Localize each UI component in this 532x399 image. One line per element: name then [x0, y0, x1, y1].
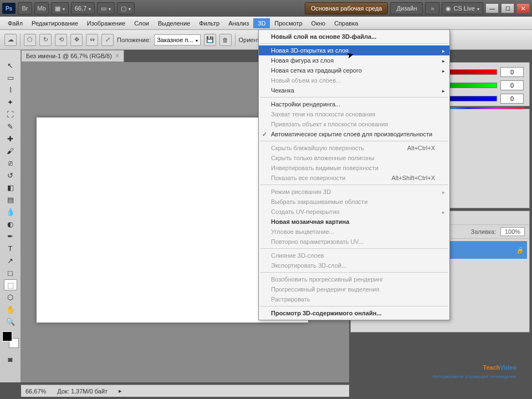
tool-preset-icon[interactable]: ☁	[4, 34, 17, 46]
hand-tool[interactable]: ✋	[4, 304, 17, 315]
layer-lock-icon: 🔒	[516, 247, 524, 254]
save-preset-icon[interactable]: 💾	[204, 34, 216, 46]
close-tab-icon[interactable]: ×	[115, 52, 119, 60]
position-select[interactable]: Заказное п...	[154, 34, 200, 45]
3d-scale-icon[interactable]: ⤢	[101, 34, 114, 46]
watermark: TeachVideo Интерактивное обучающее телев…	[432, 354, 516, 379]
cslive-button[interactable]: ◉ CS Live	[442, 2, 483, 14]
menu-select[interactable]: Выделение	[154, 18, 195, 28]
minimize-button[interactable]: —	[485, 3, 499, 13]
menu-item: Слияние 3D-слоев	[259, 250, 449, 260]
zoom-dropdown[interactable]: 66,7	[71, 2, 95, 14]
lasso-tool[interactable]: ⌇	[4, 84, 17, 95]
status-zoom[interactable]: 66,67%	[25, 388, 46, 395]
menu-item: Режим рисования 3D	[259, 187, 449, 197]
menu-item[interactable]: Просмотр 3D-содержимого онлайн...	[259, 308, 449, 318]
menu-3d[interactable]: 3D	[253, 18, 270, 28]
menu-item: Показать все поверхностиAlt+Shift+Ctrl+X	[259, 173, 449, 183]
status-arrow-icon[interactable]: ▸	[119, 387, 122, 395]
orient-label: Ориент	[239, 37, 260, 43]
workspace-more-icon[interactable]: »	[425, 2, 439, 14]
menu-help[interactable]: Справка	[330, 18, 362, 28]
menu-window[interactable]: Окно	[307, 18, 330, 28]
status-doc-size: Док: 1,37M/0 байт	[57, 388, 108, 395]
screen-mode-dropdown[interactable]: ▢	[117, 2, 135, 14]
blur-tool[interactable]: 💧	[4, 206, 17, 217]
marquee-tool[interactable]: ▭	[4, 72, 17, 83]
menubar: Файл Редактирование Изображение Слои Выд…	[0, 17, 532, 30]
pen-tool[interactable]: ✒	[4, 231, 17, 242]
view-extras-dropdown[interactable]: ▦	[51, 2, 69, 14]
menu-item: Угловое выцветание...	[259, 227, 449, 237]
3d-rotate-tool[interactable]: ⬚	[4, 279, 17, 290]
menu-item[interactable]: Новая фигура из слоя	[259, 55, 449, 65]
maximize-button[interactable]: ☐	[501, 3, 514, 13]
3d-camera-tool[interactable]: ⬡	[4, 291, 17, 303]
3d-rotate-icon[interactable]: ↻	[39, 34, 52, 46]
gradient-tool[interactable]: ▤	[4, 194, 17, 205]
titlebar: Ps Br Mb ▦ 66,7 ▭ ▢ Основная рабочая сре…	[0, 0, 532, 17]
brush-tool[interactable]: 🖌	[4, 145, 17, 156]
document-tab[interactable]: Без имени-1 @ 66,7% (RGB/8) ×	[21, 50, 124, 62]
fg-color-swatch[interactable]	[2, 331, 12, 341]
crop-tool[interactable]: ⛶	[4, 109, 17, 120]
menu-image[interactable]: Изображение	[83, 18, 130, 28]
close-button[interactable]: ✕	[516, 3, 530, 13]
menu-item: Привязать объект к плоскости основания	[259, 119, 449, 129]
menu-item[interactable]: Новая мозаичная картина	[259, 217, 449, 227]
3d-pan-icon[interactable]: ✥	[70, 34, 83, 46]
menu-item[interactable]: ✓Автоматическое скрытие слоев для произв…	[259, 129, 449, 139]
fill-input[interactable]: 100%	[500, 227, 525, 236]
menu-item: Новый объем из слоев...	[259, 75, 449, 85]
type-tool[interactable]: T	[4, 243, 17, 254]
menu-item: Скрыть ближайшую поверхностьAlt+Ctrl+X	[259, 143, 449, 153]
3d-cube-icon[interactable]: ⬠	[24, 34, 36, 46]
blue-value[interactable]: 0	[500, 94, 524, 104]
stamp-tool[interactable]: ⎚	[4, 157, 17, 168]
path-tool[interactable]: ↗	[4, 255, 17, 266]
3d-roll-icon[interactable]: ⟲	[55, 34, 67, 46]
menu-item: Скрыть только вложенные полигоны	[259, 153, 449, 163]
3d-slide-icon[interactable]: ⇔	[86, 34, 98, 46]
menu-item[interactable]: Новый слой на основе 3D-файла...	[259, 32, 449, 42]
quickmask-icon[interactable]: ◙	[4, 354, 17, 365]
color-swatches[interactable]	[2, 331, 19, 348]
menu-item[interactable]: Новая 3D-открытка из слоя	[259, 45, 449, 55]
menu-item: Инвертировать видимые поверхности	[259, 163, 449, 173]
menu-item: Создать UV-перекрытия	[259, 207, 449, 217]
menu-analysis[interactable]: Анализ	[224, 18, 253, 28]
menu-file[interactable]: Файл	[3, 18, 27, 28]
workspace-design-button[interactable]: Дизайн	[390, 2, 423, 14]
menu-item[interactable]: Новая сетка из градаций серого	[259, 65, 449, 75]
menu-view[interactable]: Просмотр	[270, 18, 306, 28]
eyedropper-tool[interactable]: ✎	[4, 121, 17, 132]
history-brush-tool[interactable]: ↺	[4, 170, 17, 181]
menu-filter[interactable]: Фильтр	[195, 18, 224, 28]
zoom-tool[interactable]: 🔍	[4, 316, 17, 327]
menu-layer[interactable]: Слои	[130, 18, 154, 28]
menu-edit[interactable]: Редактирование	[27, 18, 83, 28]
menu-item: Экспортировать 3D-слой...	[259, 260, 449, 270]
move-tool[interactable]: ↖	[4, 60, 17, 71]
ps-logo-icon: Ps	[2, 3, 16, 14]
bridge-icon[interactable]: Br	[18, 2, 32, 14]
arrange-dropdown[interactable]: ▭	[97, 2, 115, 14]
dodge-tool[interactable]: ◐	[4, 218, 17, 229]
menu-item[interactable]: Настройки рендеринга...	[259, 99, 449, 109]
shape-tool[interactable]: ◻	[4, 267, 17, 278]
position-label: Положение:	[117, 37, 151, 43]
delete-preset-icon[interactable]: 🗑	[219, 34, 232, 46]
heal-tool[interactable]: ✚	[4, 133, 17, 144]
eraser-tool[interactable]: ◧	[4, 182, 17, 193]
minibridge-icon[interactable]: Mb	[34, 2, 49, 14]
green-value[interactable]: 0	[500, 80, 524, 90]
status-bar: 66,67% Док: 1,37M/0 байт ▸	[21, 385, 349, 397]
red-value[interactable]: 0	[500, 67, 524, 77]
menu-item: Растрировать	[259, 294, 449, 304]
tools-panel: ↖ ▭ ⌇ ✦ ⛶ ✎ ✚ 🖌 ⎚ ↺ ◧ ▤ 💧 ◐ ✒ T ↗ ◻ ⬚ ⬡ …	[0, 50, 21, 382]
document-tab-label: Без имени-1 @ 66,7% (RGB/8)	[26, 53, 112, 59]
wand-tool[interactable]: ✦	[4, 96, 17, 108]
menu-item[interactable]: Чеканка	[259, 85, 449, 95]
workspace-essentials-button[interactable]: Основная рабочая среда	[305, 2, 388, 14]
menu-item: Захват тени на плоскости основания	[259, 109, 449, 119]
